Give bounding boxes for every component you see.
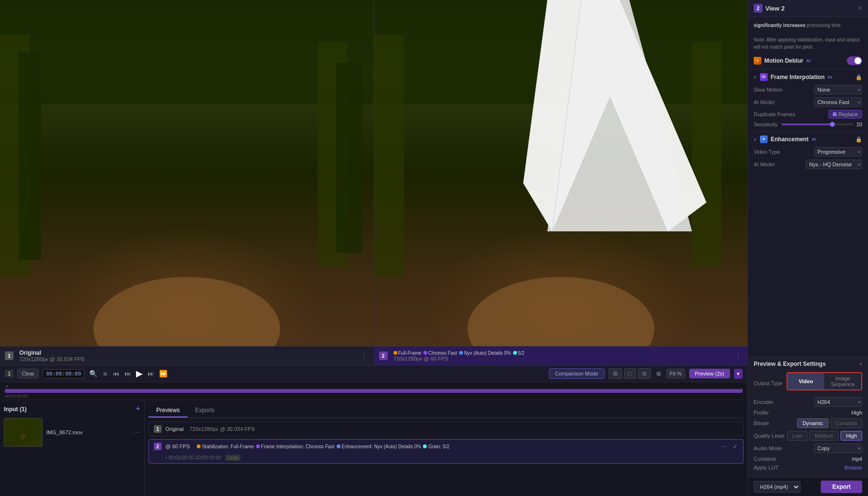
bottom-panel: Input (1) + IMG_8672.mov ⋯ bbox=[0, 400, 747, 496]
comparison-mode-button[interactable]: Comparison Mode bbox=[549, 368, 605, 379]
divider-1 bbox=[754, 69, 862, 69]
format-select[interactable]: H264 (mp4) bbox=[754, 481, 800, 493]
motion-deblur-icon: ≈ bbox=[754, 57, 761, 65]
low-quality-button[interactable]: Low bbox=[787, 431, 807, 441]
step-forward-icon[interactable]: ⏭ bbox=[147, 369, 155, 378]
panel-close-icon[interactable]: ✕ bbox=[857, 5, 862, 12]
right-panel: 2 View 2 ✕ significantly increases proce… bbox=[747, 0, 868, 496]
notice-part2: processing time. bbox=[805, 23, 842, 28]
tag-stab: Stabilization: Full-Frame bbox=[197, 444, 254, 449]
replace-tag[interactable]: Replace bbox=[828, 110, 862, 119]
export-button[interactable]: Export bbox=[821, 481, 862, 493]
preview-label: Preview (2s) bbox=[695, 371, 724, 376]
timecode-display: 00:00:00:00 bbox=[42, 369, 84, 378]
replace-dot bbox=[833, 112, 837, 116]
timeline-track[interactable] bbox=[5, 389, 743, 393]
collapse-button-2[interactable]: — bbox=[721, 443, 727, 450]
quality-level-row: Quality Level Low Medium High bbox=[754, 431, 862, 441]
grid-view-button[interactable]: ⊞ bbox=[609, 368, 622, 379]
enhancement-label: Enhancement bbox=[771, 136, 809, 143]
add-input-button[interactable]: + bbox=[135, 404, 140, 414]
clear-button[interactable]: Clear bbox=[17, 369, 39, 378]
slow-motion-label: Slow Motion bbox=[754, 87, 783, 93]
enhancement-ai-badge: AI bbox=[812, 137, 816, 142]
side-view-button[interactable]: ⧉ bbox=[638, 368, 651, 379]
svg-rect-7 bbox=[374, 0, 748, 104]
skip-to-end-icon[interactable]: ⏩ bbox=[158, 369, 168, 378]
motion-deblur-title[interactable]: ≈ Motion Deblur AI bbox=[754, 57, 811, 65]
preview-dropdown-button[interactable]: ▾ bbox=[734, 369, 743, 379]
slider-thumb[interactable] bbox=[830, 122, 835, 127]
tab-previews[interactable]: Previews bbox=[149, 404, 188, 417]
image-seq-output-button[interactable]: Image Sequence bbox=[824, 373, 861, 389]
sensitivity-value: 10 bbox=[856, 121, 862, 127]
ai-model-fi-label: AI Model bbox=[754, 99, 774, 105]
zoom-level[interactable]: Fit % bbox=[666, 369, 685, 378]
pne-title: Preview & Export Settings bbox=[754, 361, 826, 367]
pne-header: Preview & Export Settings ▾ bbox=[754, 361, 862, 367]
tag-enh: Enhancement: Nyx (Auto) Details 0% bbox=[337, 444, 421, 449]
right-pane-num: 2 bbox=[379, 351, 388, 360]
frame-interp-ai-badge: AI bbox=[827, 75, 832, 80]
ai-model-enh-select[interactable]: Nyx - HQ Denoise Nyx bbox=[806, 160, 862, 169]
video-type-select[interactable]: Progressive Interlaced bbox=[814, 147, 862, 157]
high-quality-button[interactable]: High bbox=[841, 431, 862, 441]
svg-rect-14 bbox=[4, 418, 42, 446]
tab-exports[interactable]: Exports bbox=[188, 404, 223, 417]
right-pane-resolution: 720x1280px @ 60 FPS bbox=[393, 356, 733, 362]
enhancement-title[interactable]: ▾ ✦ Enhancement AI bbox=[754, 135, 816, 143]
video-label-bar: 1 Original 720x1280px @ 30.034 FPS ⋮ 2 F… bbox=[0, 346, 747, 365]
video-scene-right bbox=[374, 0, 748, 346]
play-icon[interactable]: ▶ bbox=[135, 367, 144, 380]
svg-point-5 bbox=[94, 277, 280, 346]
video-scene-left bbox=[0, 0, 374, 346]
tag-grain: 5/2 bbox=[513, 350, 525, 356]
pne-chevron-icon[interactable]: ▾ bbox=[859, 361, 862, 367]
encoder-label: Encoder bbox=[754, 399, 773, 405]
timeline-indicator: ▲ bbox=[5, 383, 9, 388]
enh-chevron: ▾ bbox=[754, 137, 756, 142]
svg-point-16 bbox=[21, 434, 26, 439]
encoder-select[interactable]: H264 H265 bbox=[814, 397, 862, 407]
quality-label: Quality Level bbox=[754, 433, 785, 439]
search-icon[interactable]: 🔍 bbox=[88, 369, 98, 378]
zoom-fit-icon[interactable]: ⊕ bbox=[655, 369, 663, 378]
motion-deblur-section: ≈ Motion Deblur AI bbox=[754, 56, 862, 65]
apply-lut-label: Apply LUT bbox=[754, 465, 778, 470]
preview-sub-2: • 00:00:00:00-00:00:02:00 Loop bbox=[149, 453, 743, 463]
replace-label: Replace bbox=[839, 111, 858, 117]
tag-fullframe: Full-Frame bbox=[393, 350, 421, 356]
preview-row-2: 2 @ 60 FPS Stabilization: Full-Frame Fra… bbox=[149, 440, 743, 453]
skip-to-start-icon[interactable]: ⏮ bbox=[112, 369, 121, 378]
ai-model-fi-select-wrapper: Chronos Fast Chronos bbox=[814, 97, 862, 107]
playback-controls: ⏮ ⏭ ▶ ⏭ ⏩ bbox=[112, 367, 168, 380]
preview-item-2: 2 @ 60 FPS Stabilization: Full-Frame Fra… bbox=[149, 439, 744, 464]
browse-lut-button[interactable]: Browse bbox=[844, 465, 862, 470]
right-pane-menu[interactable]: ⋮ bbox=[733, 352, 743, 359]
slow-motion-select[interactable]: None 2x 4x bbox=[814, 85, 862, 94]
frame-interp-label: Frame Interpolation bbox=[771, 74, 825, 80]
video-pane-right bbox=[374, 0, 748, 346]
motion-deblur-toggle[interactable] bbox=[847, 56, 862, 65]
preview-label-1: Original bbox=[165, 426, 184, 432]
input-header: Input (1) + bbox=[4, 404, 140, 414]
previews-panel: Previews Exports 1 Original 720x1280px @… bbox=[145, 400, 747, 496]
video-output-button[interactable]: Video bbox=[787, 373, 825, 389]
dynamic-bitrate-button[interactable]: Dynamic bbox=[797, 418, 828, 428]
preview-button[interactable]: Preview (2s) bbox=[689, 369, 730, 378]
frame-interpolation-title[interactable]: ▾ ⟳ Frame Interpolation AI bbox=[754, 73, 832, 81]
zoom-slider[interactable]: ⊠ bbox=[102, 370, 108, 377]
output-type-row: Output Type Video Image Sequence bbox=[754, 372, 862, 394]
file-name: IMG_8672.mov bbox=[46, 429, 130, 435]
video-pane-left bbox=[0, 0, 374, 346]
slow-motion-row: Slow Motion None 2x 4x bbox=[754, 85, 862, 94]
audio-mode-select[interactable]: Copy Encode bbox=[814, 443, 862, 453]
ai-model-fi-select[interactable]: Chronos Fast Chronos bbox=[814, 97, 862, 107]
file-menu-icon[interactable]: ⋯ bbox=[134, 429, 140, 436]
sensitivity-slider[interactable] bbox=[782, 123, 854, 125]
medium-quality-button[interactable]: Medium bbox=[809, 431, 839, 441]
left-pane-menu[interactable]: ⋮ bbox=[359, 352, 369, 359]
single-view-button[interactable]: □ bbox=[624, 368, 636, 379]
step-back-icon[interactable]: ⏭ bbox=[123, 369, 132, 378]
constant-bitrate-button[interactable]: Constant bbox=[830, 418, 862, 428]
